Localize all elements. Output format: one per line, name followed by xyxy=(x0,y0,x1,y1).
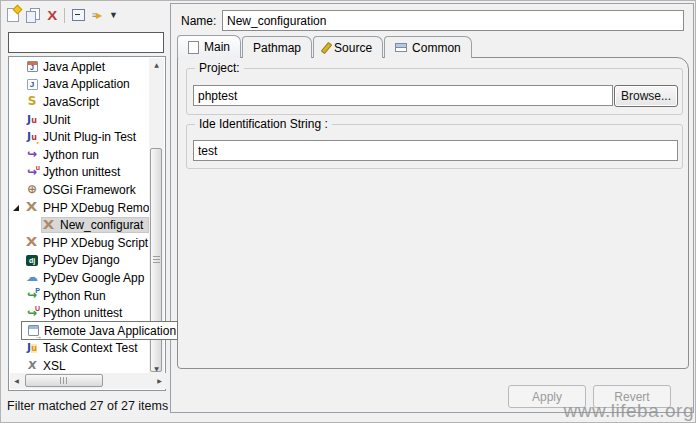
java-application-icon: J xyxy=(24,77,40,92)
configurations-tree: JJava AppletJJava ApplicationSJavaScript… xyxy=(8,56,166,391)
sidebar-toolbar: X ≡▶ ▼ xyxy=(7,5,118,25)
expander-icon[interactable] xyxy=(13,205,19,211)
delete-button[interactable]: X xyxy=(48,6,57,24)
source-tab-icon xyxy=(321,41,333,53)
filter-button[interactable]: ≡▶ xyxy=(92,6,102,24)
jython-unittest-icon: ↪u xyxy=(24,165,40,180)
php-xdebug-icon: X xyxy=(24,235,40,250)
duplicate-button[interactable] xyxy=(26,6,41,24)
delete-icon: X xyxy=(47,8,57,23)
common-tab-icon xyxy=(395,43,407,52)
tree-item-label: Jython unittest xyxy=(43,165,122,179)
php-xdebug-icon: X xyxy=(24,200,40,215)
remote-java-application-icon: → xyxy=(25,323,41,338)
new-configuration-button[interactable] xyxy=(7,6,19,24)
osgi-framework-icon: ⊕ xyxy=(24,182,40,197)
new-configuration-icon xyxy=(7,8,19,22)
collapse-all-icon xyxy=(72,9,85,21)
tree-item[interactable]: JJava Applet xyxy=(10,58,149,76)
tree-item[interactable]: ↪PPython Run xyxy=(10,287,149,305)
main-tab-panel: Project: Browse... Ide Identification St… xyxy=(177,57,689,369)
tree-item[interactable]: ☁PyDev Google App xyxy=(10,269,149,287)
tree-item[interactable]: ↪Jython run xyxy=(10,146,149,164)
scroll-up-arrow[interactable]: ▲ xyxy=(149,58,164,71)
project-group: Project: Browse... xyxy=(186,68,683,115)
filter-input[interactable] xyxy=(8,32,164,53)
tree-item[interactable]: JJava Application xyxy=(10,76,149,94)
pydev-django-icon: dj xyxy=(24,253,40,268)
javascript-icon: S xyxy=(24,94,40,109)
tree-item[interactable]: JuJUnit xyxy=(10,111,149,129)
toolbar-menu-button[interactable]: ▼ xyxy=(109,6,118,24)
php-xdebug-icon: X xyxy=(41,218,57,233)
watermark: www.lifeba.org xyxy=(563,400,694,422)
tree-item-label: Python Run xyxy=(43,289,108,303)
tree-item-label: OSGi Framework xyxy=(43,183,138,197)
task-context-test-icon: Ju xyxy=(24,341,40,356)
tree-item[interactable]: Ju▪JUnit Plug-in Test xyxy=(10,128,149,146)
tree-horizontal-scrollbar[interactable]: ◀ ▶ xyxy=(10,373,166,389)
browse-button[interactable]: Browse... xyxy=(614,85,678,107)
tree-item[interactable]: djPyDev Django xyxy=(10,252,149,270)
tree-item-label: JavaScript xyxy=(43,95,101,109)
tab-label: Pathmap xyxy=(253,41,301,55)
launch-configurations-dialog: X ≡▶ ▼ JJava AppletJJava ApplicationSJav… xyxy=(0,0,696,423)
tooltip-label: Remote Java Application xyxy=(44,324,176,338)
tab-source[interactable]: Source xyxy=(313,36,383,58)
tree-item[interactable]: JuTask Context Test xyxy=(10,340,149,358)
tab-label: Source xyxy=(334,41,372,55)
main-tab-icon xyxy=(188,41,199,54)
filter-status: Filter matched 27 of 27 items xyxy=(7,399,168,413)
tree-item[interactable]: XNew_configurat xyxy=(10,216,149,234)
ide-identification-input[interactable] xyxy=(193,140,678,161)
tree-item[interactable]: SJavaScript xyxy=(10,93,149,111)
junit-icon: Ju xyxy=(24,112,40,127)
tree-item-label: Java Application xyxy=(43,77,132,91)
scroll-left-arrow[interactable]: ◀ xyxy=(10,374,23,387)
tree-item-tooltip[interactable]: → Remote Java Application xyxy=(21,321,178,340)
tree-item-label: JUnit xyxy=(43,113,72,127)
ide-identification-label: Ide Identification String : xyxy=(195,117,332,131)
tree-item-label: PyDev Django xyxy=(43,253,122,267)
toolbar-separator xyxy=(64,8,65,23)
tab-bar: Main Pathmap Source Common xyxy=(177,35,473,58)
project-input[interactable] xyxy=(193,85,613,106)
tab-main[interactable]: Main xyxy=(177,35,241,58)
tree-item[interactable]: ⊕OSGi Framework xyxy=(10,181,149,199)
tree-item-label: Jython run xyxy=(43,148,101,162)
tree-item-label: PHP XDebug Remo xyxy=(43,201,149,215)
xsl-icon: X xyxy=(24,358,40,373)
name-label: Name: xyxy=(181,14,216,28)
tab-pathmap[interactable]: Pathmap xyxy=(242,36,312,58)
tab-common[interactable]: Common xyxy=(384,36,472,58)
tree-item-label: Task Context Test xyxy=(43,341,140,355)
jython-run-icon: ↪ xyxy=(24,147,40,162)
tree-item[interactable]: ↪UPython unittest xyxy=(10,304,149,322)
name-input[interactable] xyxy=(222,10,684,31)
tree-item-label: PyDev Google App xyxy=(43,271,146,285)
tree-item[interactable]: ↪uJython unittest xyxy=(10,164,149,182)
pydev-google-app-icon: ☁ xyxy=(24,270,40,285)
project-label: Project: xyxy=(195,61,244,75)
python-unittest-icon: ↪U xyxy=(24,306,40,321)
configuration-editor: Name: Main Pathmap Source Common Project… xyxy=(170,3,694,413)
scroll-right-arrow[interactable]: ▶ xyxy=(153,374,166,387)
horizontal-scrollbar-thumb[interactable] xyxy=(25,374,103,387)
java-applet-icon: J xyxy=(24,59,40,74)
tree-item-label: New_configurat xyxy=(60,218,145,232)
tab-label: Main xyxy=(204,40,230,54)
ide-identification-group: Ide Identification String : xyxy=(186,124,683,169)
tree-item-label: Python unittest xyxy=(43,306,124,320)
collapse-all-button[interactable] xyxy=(72,6,85,24)
tree-item-label: Java Applet xyxy=(43,60,107,74)
python-run-icon: ↪P xyxy=(24,288,40,303)
duplicate-icon xyxy=(26,8,41,22)
junit-plugin-test-icon: Ju▪ xyxy=(24,130,40,145)
tree-item-label: XSL xyxy=(43,359,68,373)
tree-item[interactable]: XPHP XDebug Remo xyxy=(10,199,149,217)
filter-icon: ≡▶ xyxy=(92,10,102,20)
tab-label: Common xyxy=(412,41,461,55)
tree-item[interactable]: XPHP XDebug Script xyxy=(10,234,149,252)
tree-item-label: JUnit Plug-in Test xyxy=(43,130,138,144)
tree-item-label: PHP XDebug Script xyxy=(43,236,149,250)
